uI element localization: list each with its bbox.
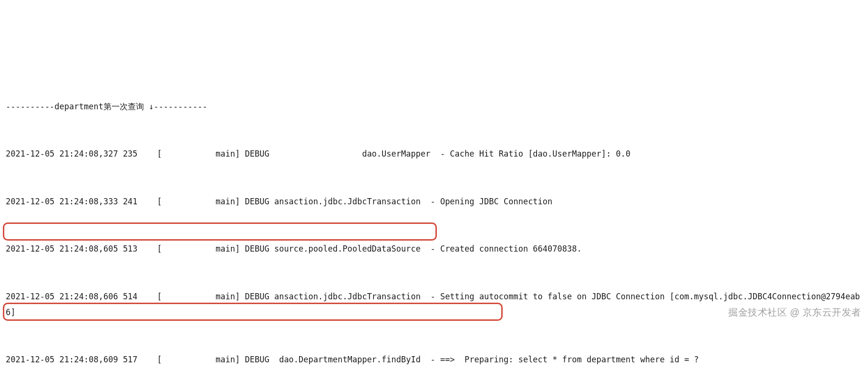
log-line: 2021-12-05 21:24:08,327 235 [ main] DEBU… xyxy=(6,146,862,162)
log-line: 2021-12-05 21:24:08,609 517 [ main] DEBU… xyxy=(6,352,862,368)
log-line: 2021-12-05 21:24:08,605 513 [ main] DEBU… xyxy=(6,241,862,257)
log-line: 2021-12-05 21:24:08,333 241 [ main] DEBU… xyxy=(6,194,862,210)
log-line: ----------department第一次查询 ↓----------- xyxy=(6,99,862,115)
log-line: 2021-12-05 21:24:08,606 514 [ main] DEBU… xyxy=(6,289,862,320)
log-output: ----------department第一次查询 ↓----------- 2… xyxy=(6,67,862,380)
